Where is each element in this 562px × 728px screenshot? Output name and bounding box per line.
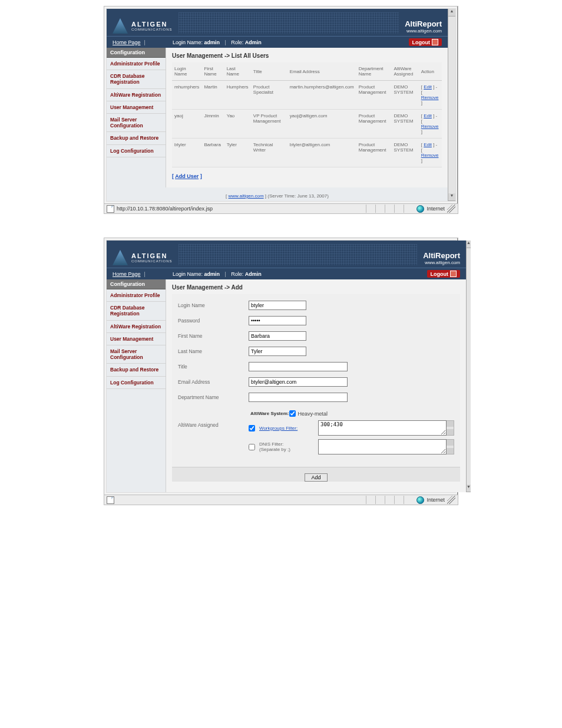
email-label: Email Address	[178, 379, 249, 385]
status-zone: Internet	[427, 206, 445, 212]
vertical-scrollbar[interactable]: ▲ ▼	[466, 241, 471, 492]
altigen-logo-icon	[113, 250, 128, 265]
edit-link[interactable]: Edit	[424, 84, 432, 90]
sidebar-item-cdr-registration[interactable]: CDR Database Registration	[107, 302, 166, 320]
sidebar: Configuration Administrator Profile CDR …	[107, 48, 166, 187]
edit-link[interactable]: Edit	[424, 113, 432, 118]
workgroups-filter-checkbox[interactable]	[249, 425, 255, 431]
add-user-link[interactable]: Add User	[175, 173, 199, 179]
login-name-value: admin	[204, 271, 220, 277]
content-area: User Management -> Add Login Name Passwo…	[166, 279, 466, 492]
th-email: Email Address	[287, 62, 356, 81]
screenshot-add-user: ALTIGEN COMMUNICATIONS AltiReport www.al…	[104, 238, 458, 505]
altiware-assigned-label: AltiWare Assigned	[178, 408, 249, 428]
sidebar-tab-configuration[interactable]: Configuration	[107, 279, 166, 289]
company-name: ALTIGEN	[131, 21, 173, 28]
header-pattern	[178, 244, 418, 265]
home-page-link[interactable]: Home Page	[113, 271, 141, 277]
textarea-scrollbar[interactable]	[447, 420, 454, 436]
scroll-up-icon[interactable]: ▲	[448, 9, 455, 17]
department-label: Department Name	[178, 394, 249, 400]
server-time: (Server Time: June 13, 2007)	[267, 193, 329, 199]
sidebar-item-log-config[interactable]: Log Configuration	[107, 377, 166, 389]
remove-link[interactable]: Remove	[421, 124, 439, 129]
resize-handle-icon[interactable]	[447, 496, 455, 504]
workgroups-filter-textarea[interactable]	[318, 420, 447, 436]
dnis-filter-textarea[interactable]	[318, 439, 447, 454]
textarea-scrollbar[interactable]	[447, 439, 454, 454]
password-input[interactable]	[249, 316, 306, 325]
resize-handle-icon[interactable]	[447, 205, 455, 213]
scroll-down-icon[interactable]: ▼	[467, 485, 471, 492]
page-icon	[107, 496, 114, 504]
logo: ALTIGEN COMMUNICATIONS	[113, 250, 173, 265]
dnis-filter-checkbox[interactable]	[249, 444, 255, 450]
product-url: www.altigen.com	[405, 28, 442, 34]
title-input[interactable]	[249, 362, 348, 371]
sidebar-tab-configuration[interactable]: Configuration	[107, 48, 166, 58]
sidebar-item-cdr-registration[interactable]: CDR Database Registration	[107, 70, 166, 88]
th-aw: AltiWare Assigned	[391, 62, 418, 81]
sidebar-item-altiware-reg[interactable]: AltiWare Registration	[107, 321, 166, 333]
status-bar: Internet	[104, 495, 458, 505]
dnis-filter-label: DNIS Filter:	[259, 442, 283, 447]
sidebar-item-user-management[interactable]: User Management	[107, 101, 166, 114]
workgroups-filter-link[interactable]: Workgroups Filter:	[259, 426, 297, 431]
role-label: Role:	[231, 271, 243, 277]
altiware-system-label: AltiWare System:	[249, 411, 289, 416]
home-page-link[interactable]: Home Page	[113, 39, 141, 45]
footer: [ www.altigen.com ] (Server Time: June 1…	[107, 187, 448, 201]
footer-link[interactable]: www.altigen.com	[229, 193, 264, 199]
table-row: btyler Barbara Tyler Technical Writer bt…	[172, 139, 442, 167]
product-name: AltiReport	[405, 19, 442, 28]
sidebar-item-altiware-reg[interactable]: AltiWare Registration	[107, 89, 166, 101]
page-icon	[107, 205, 114, 213]
sidebar-item-admin-profile[interactable]: Administrator Profile	[107, 58, 166, 70]
users-table: Login Name First Name Last Name Title Em…	[172, 62, 442, 167]
remove-link[interactable]: Remove	[421, 95, 439, 100]
th-last: Last Name	[224, 62, 251, 81]
th-dept: Department Name	[356, 62, 392, 81]
sidebar-item-backup-restore[interactable]: Backup and Restore	[107, 364, 166, 376]
status-url: http://10.10.1.78:8080/altireport/index.…	[117, 206, 213, 212]
add-button[interactable]: Add	[305, 473, 327, 482]
company-tagline: COMMUNICATIONS	[131, 259, 173, 263]
status-zone: Internet	[427, 497, 445, 503]
sidebar-item-user-management[interactable]: User Management	[107, 333, 166, 345]
header-pattern	[178, 12, 399, 34]
last-name-label: Last Name	[178, 348, 249, 354]
department-input[interactable]	[249, 393, 348, 402]
password-label: Password	[178, 318, 249, 324]
product-url: www.altigen.com	[423, 260, 460, 265]
login-input[interactable]	[249, 301, 306, 310]
sidebar-item-admin-profile[interactable]: Administrator Profile	[107, 289, 166, 302]
logout-button[interactable]: Logout	[427, 270, 461, 278]
first-name-input[interactable]	[249, 331, 306, 341]
product-name: AltiReport	[423, 251, 460, 260]
sidebar-item-log-config[interactable]: Log Configuration	[107, 145, 166, 157]
edit-link[interactable]: Edit	[424, 142, 432, 147]
login-name-value: admin	[204, 39, 220, 45]
title-label: Title	[178, 364, 249, 370]
logout-icon	[432, 39, 438, 45]
sidebar-item-mail-server[interactable]: Mail Server Configuration	[107, 345, 166, 364]
screenshot-list-all-users: ALTIGEN COMMUNICATIONS AltiReport www.al…	[104, 6, 458, 214]
email-input[interactable]	[249, 377, 348, 387]
sidebar-item-backup-restore[interactable]: Backup and Restore	[107, 132, 166, 144]
scroll-up-icon[interactable]: ▲	[467, 241, 471, 248]
role-value: Admin	[245, 271, 262, 277]
login-name-label: Login Name:	[173, 39, 203, 45]
altiware-system-value: Heavy-metal	[298, 411, 328, 417]
altiware-system-checkbox[interactable]	[289, 410, 296, 417]
role-value: Admin	[245, 39, 262, 45]
last-name-input[interactable]	[249, 347, 306, 356]
logout-button[interactable]: Logout	[409, 38, 442, 46]
scroll-down-icon[interactable]: ▼	[448, 193, 455, 201]
company-tagline: COMMUNICATIONS	[131, 28, 173, 31]
sidebar: Configuration Administrator Profile CDR …	[107, 279, 166, 492]
dnis-filter-hint: (Separate by ;)	[259, 447, 290, 452]
app-header: ALTIGEN COMMUNICATIONS AltiReport www.al…	[107, 241, 466, 268]
remove-link[interactable]: Remove	[421, 153, 439, 158]
sidebar-item-mail-server[interactable]: Mail Server Configuration	[107, 114, 166, 132]
vertical-scrollbar[interactable]: ▲ ▼	[448, 9, 455, 201]
